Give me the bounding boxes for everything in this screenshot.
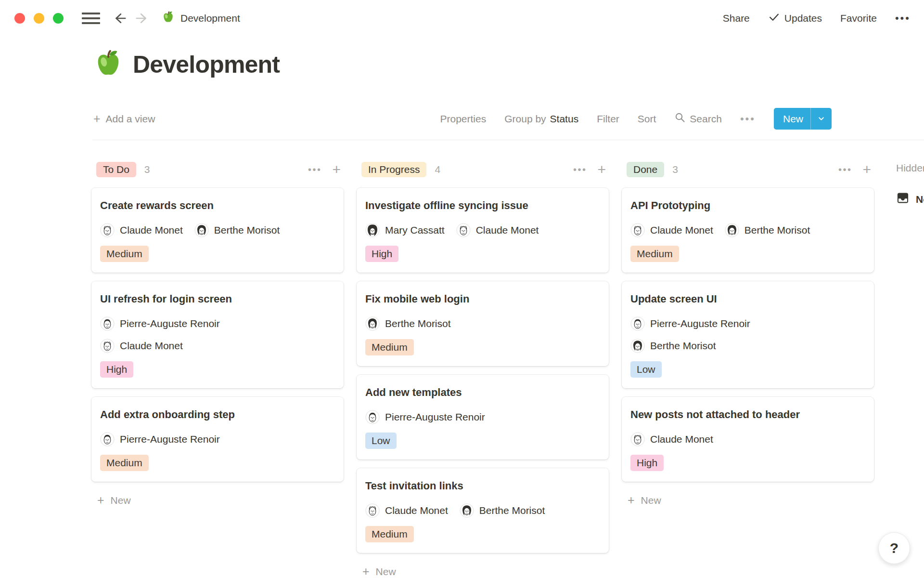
priority-tag[interactable]: Medium — [365, 526, 414, 542]
plus-icon: + — [628, 493, 635, 507]
help-button[interactable]: ? — [878, 532, 910, 564]
man-dark-hair-icon — [100, 316, 115, 331]
close-window-button[interactable] — [14, 13, 25, 24]
new-button[interactable]: New — [774, 108, 832, 130]
favorite-button[interactable]: Favorite — [840, 13, 877, 24]
new-card-button[interactable]: +New — [362, 565, 609, 578]
sort-button[interactable]: Sort — [638, 113, 656, 125]
card-title: Create rewards screen — [100, 198, 335, 213]
assignee-name: Claude Monet — [120, 340, 183, 352]
assignee: Berthe Morisot — [460, 503, 545, 518]
more-menu-icon[interactable]: ••• — [895, 12, 911, 25]
chevron-down-icon[interactable] — [811, 115, 832, 123]
assignee-name: Mary Cassatt — [385, 224, 445, 236]
column-header: In Progress4•••+ — [361, 161, 606, 178]
kanban-card[interactable]: Test invitation linksClaude MonetBerthe … — [357, 468, 609, 553]
green-apple-icon[interactable] — [93, 49, 123, 80]
properties-button[interactable]: Properties — [440, 113, 486, 125]
priority-tag[interactable]: High — [630, 455, 664, 471]
assignee-list: Mary CassattClaude Monet — [365, 223, 600, 238]
zoom-window-button[interactable] — [53, 13, 64, 24]
column-add-icon[interactable]: + — [862, 162, 871, 177]
search-button[interactable]: Search — [674, 112, 722, 126]
assignee-list: Claude MonetBerthe Morisot — [365, 503, 600, 518]
assignee: Claude Monet — [630, 432, 713, 447]
column-more-icon[interactable]: ••• — [308, 164, 322, 175]
updates-button[interactable]: Updates — [768, 11, 822, 26]
group-by-button[interactable]: Group by Status — [504, 113, 578, 125]
toolbar-divider — [92, 140, 924, 140]
assignee-name: Claude Monet — [650, 434, 713, 445]
priority-tag[interactable]: Medium — [100, 246, 149, 262]
kanban-card[interactable]: UI refresh for login screenPierre-August… — [91, 281, 344, 388]
breadcrumb[interactable]: Development — [162, 11, 240, 26]
column-header: To Do3•••+ — [96, 161, 341, 178]
forward-icon[interactable] — [135, 11, 149, 26]
assignee-name: Pierre-Auguste Renoir — [120, 434, 220, 445]
column-add-icon[interactable]: + — [332, 162, 341, 177]
check-icon — [768, 11, 780, 26]
hidden-columns-panel: Hidden columns No Status — [896, 162, 924, 207]
priority-tag[interactable]: Medium — [365, 339, 414, 355]
priority-tag[interactable]: Low — [365, 433, 397, 449]
hidden-column-no-status[interactable]: No Status — [896, 191, 924, 207]
kanban-card[interactable]: Add new templatesPierre-Auguste RenoirLo… — [357, 375, 609, 460]
assignee-name: Berthe Morisot — [479, 505, 545, 516]
woman-short-dark-hair-icon — [365, 316, 380, 331]
window-controls — [14, 13, 64, 24]
card-title: Fix mobile web login — [365, 292, 600, 306]
kanban-card[interactable]: Update screen UIPierre-Auguste RenoirBer… — [622, 281, 874, 388]
kanban-card[interactable]: Create rewards screenClaude MonetBerthe … — [91, 188, 344, 273]
share-button[interactable]: Share — [723, 13, 750, 24]
column-more-icon[interactable]: ••• — [573, 164, 587, 175]
plus-icon: + — [362, 565, 370, 578]
assignee-name: Berthe Morisot — [214, 224, 280, 236]
priority-tag[interactable]: Medium — [630, 246, 679, 262]
board-columns: To Do3•••+Create rewards screenClaude Mo… — [91, 161, 924, 578]
man-dark-hair-icon — [365, 410, 380, 424]
minimize-window-button[interactable] — [34, 13, 44, 24]
status-pill[interactable]: Done — [627, 162, 664, 177]
sidebar-toggle-icon[interactable] — [82, 13, 100, 24]
assignee: Claude Monet — [100, 223, 183, 238]
column-more-icon[interactable]: ••• — [838, 164, 852, 175]
kanban-card[interactable]: Add extra onboarding stepPierre-Auguste … — [91, 397, 344, 482]
assignee-name: Berthe Morisot — [744, 224, 810, 236]
filter-button[interactable]: Filter — [597, 113, 619, 125]
kanban-card[interactable]: Investigate offline syncing issueMary Ca… — [357, 188, 609, 273]
inbox-icon — [896, 191, 910, 207]
assignee: Claude Monet — [630, 223, 713, 238]
status-pill[interactable]: In Progress — [361, 162, 426, 177]
priority-tag[interactable]: High — [100, 361, 133, 378]
priority-tag[interactable]: Medium — [100, 455, 149, 471]
man-light-hair-icon — [630, 432, 645, 447]
priority-tag[interactable]: Low — [630, 361, 662, 378]
man-light-hair-icon — [100, 223, 115, 237]
status-pill[interactable]: To Do — [96, 162, 136, 177]
plus-icon: + — [97, 493, 104, 507]
view-more-icon[interactable]: ••• — [740, 113, 756, 125]
kanban-card[interactable]: API PrototypingClaude MonetBerthe Moriso… — [622, 188, 874, 273]
hidden-columns-label[interactable]: Hidden columns — [896, 162, 924, 174]
column-header-actions: •••+ — [308, 162, 341, 177]
kanban-card[interactable]: New posts not attached to headerClaude M… — [622, 397, 874, 482]
column-add-icon[interactable]: + — [597, 162, 606, 177]
card-count: 3 — [144, 164, 150, 175]
priority-tag[interactable]: High — [365, 246, 398, 262]
woman-short-dark-hair-icon — [460, 503, 474, 518]
kanban-card[interactable]: Fix mobile web loginBerthe MorisotMedium — [357, 281, 609, 366]
man-light-hair-icon — [630, 223, 645, 237]
card-title: Update screen UI — [630, 292, 865, 306]
new-card-button[interactable]: +New — [628, 493, 874, 507]
man-light-hair-icon — [456, 223, 471, 237]
board-column: To Do3•••+Create rewards screenClaude Mo… — [91, 161, 344, 507]
board-column: In Progress4•••+Investigate offline sync… — [357, 161, 609, 578]
assignee-list: Pierre-Auguste Renoir — [365, 409, 600, 425]
assignee-list: Claude Monet — [630, 432, 865, 447]
back-icon[interactable] — [113, 11, 127, 26]
woman-short-dark-hair-icon — [194, 223, 209, 237]
add-view-button[interactable]: + Add a view — [93, 112, 155, 126]
assignee: Claude Monet — [365, 503, 448, 518]
new-card-button[interactable]: +New — [97, 493, 344, 507]
page-title[interactable]: Development — [133, 51, 280, 79]
